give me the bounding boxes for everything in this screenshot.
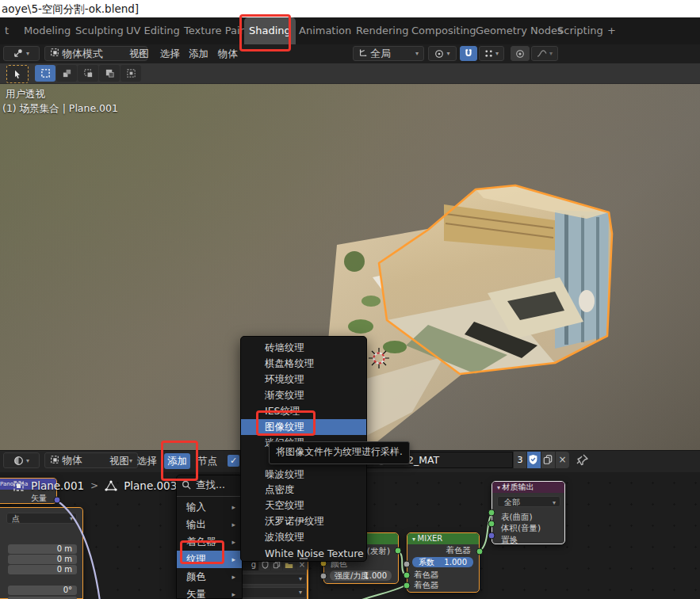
mapping-y-field[interactable]: 0 m (8, 555, 77, 564)
socket-output-displacement[interactable] (488, 532, 495, 540)
breadcrumb-data[interactable]: Plane.003 (124, 479, 177, 492)
mapping-z-field[interactable]: 0 m (8, 565, 77, 574)
pivot-point-dropdown[interactable]: ▾ (428, 46, 457, 61)
socket-vector-out[interactable] (54, 497, 61, 504)
tab-modeling[interactable]: Modeling (19, 17, 75, 44)
mapping-type-value: 点 (12, 514, 20, 523)
menu-item-vector[interactable]: 矢量▸ (177, 586, 242, 599)
sh-menu-select[interactable]: 选择 (137, 450, 157, 472)
menu-item-image-texture[interactable]: 图像纹理 (241, 419, 366, 435)
menu-item-output[interactable]: 输出▸ (177, 516, 242, 533)
menu-item-checker-texture[interactable]: 棋盘格纹理 (241, 357, 366, 372)
socket-emission-out[interactable] (395, 547, 402, 555)
chevron-down-icon: ▾ (129, 457, 132, 464)
mapping-rot-field[interactable]: 0° (8, 586, 77, 595)
menu-item-ies-texture[interactable]: IES纹理 (241, 404, 366, 420)
output-target-dropdown[interactable]: 全部 ▾ (497, 496, 560, 507)
menu-item-noise-texture[interactable]: 噪波纹理 (241, 467, 366, 483)
proportional-editing-button[interactable] (511, 46, 530, 61)
menu-item-brick-texture[interactable]: 砖墙纹理 (241, 341, 366, 357)
cursor-arrow-icon (13, 69, 22, 79)
tab-sculpting[interactable]: Sculpting (71, 17, 128, 44)
fake-user-button[interactable] (527, 452, 541, 468)
copy-material-button[interactable] (541, 452, 555, 468)
copy-icon (543, 455, 553, 465)
menu-item-point-density[interactable]: 点密度 (241, 483, 366, 498)
add-workspace-button[interactable]: + (602, 17, 621, 44)
material-users-count[interactable]: 3 (514, 452, 526, 468)
vp-menu-add[interactable]: 添加 (189, 44, 208, 63)
emission-strength-value[interactable]: 1.000 (364, 570, 387, 581)
tab-layout-clipped[interactable]: t (0, 17, 13, 44)
socket-emission-strength[interactable] (320, 573, 327, 580)
plane-selected[interactable] (379, 185, 612, 374)
tab-compositing[interactable]: Compositing (407, 17, 481, 44)
submenu-arrow-icon: ▸ (231, 538, 235, 546)
menu-item-environment-texture[interactable]: 环境纹理 (241, 372, 366, 388)
socket-mixer-out[interactable] (476, 548, 484, 555)
tab-rendering[interactable]: Rendering (351, 17, 413, 44)
tool-settings-row (0, 63, 700, 84)
unlink-material-button[interactable]: × (556, 452, 569, 468)
shader-sphere-icon (13, 456, 24, 466)
select-mode-intersect-button[interactable] (120, 65, 141, 82)
socket-mixer-fac[interactable] (404, 561, 411, 568)
vp-menu-select[interactable]: 选择 (160, 44, 180, 63)
menu-item-color[interactable]: 颜色▸ (177, 568, 242, 586)
node-mapping-body[interactable]: 点 ▾ 0 m 0 m 0 m 0° (0, 507, 83, 599)
mapping-x-field[interactable]: 0 m (8, 544, 77, 554)
orientation-label: 全局 (370, 47, 413, 61)
select-extend-icon (62, 68, 72, 78)
menu-item-sky-texture[interactable]: 天空纹理 (241, 498, 366, 514)
active-tool-button[interactable] (6, 65, 29, 83)
proportional-falloff-dropdown[interactable]: ▾ (531, 46, 558, 61)
tab-uv-editing[interactable]: UV Editing (121, 17, 185, 44)
breadcrumb-object[interactable]: Plane.001 (31, 479, 84, 492)
socket-mixer-in2[interactable] (404, 582, 411, 589)
socket-mixer-in1[interactable] (404, 572, 411, 579)
tab-shading[interactable]: Shading (244, 17, 296, 44)
select-mode-set-button[interactable] (35, 65, 55, 82)
submenu-arrow-icon: ▸ (231, 503, 235, 511)
menu-item-voronoi-texture[interactable]: 沃罗诺伊纹理 (241, 514, 366, 530)
node-mixer[interactable]: ▾ MIXER 着色器 系数 1.000 着色器 着色器 (407, 532, 480, 593)
shield-check-icon (528, 454, 538, 465)
socket-output-surface[interactable] (488, 509, 495, 517)
socket-output-volume[interactable] (488, 521, 495, 528)
chevron-down-icon: ▾ (299, 575, 302, 582)
sh-menu-add[interactable]: 添加 (164, 453, 190, 469)
chevron-down-icon: ▾ (549, 50, 553, 57)
select-mode-extend-button[interactable] (56, 65, 77, 82)
sh-menu-node[interactable]: 节点 (197, 450, 217, 472)
node-mixer-title: ▾ MIXER (407, 533, 479, 544)
menu-item-wave-texture[interactable]: 波浪纹理 (241, 530, 366, 546)
node-material-output[interactable]: ▾ 材质输出 全部 ▾ 表(曲面) 体积(音量) 置换 (492, 481, 565, 544)
sh-menu-view[interactable]: 视图 (109, 450, 129, 472)
select-mode-subtract-button[interactable] (78, 65, 98, 82)
select-mode-invert-button[interactable] (99, 65, 120, 82)
menu-item-gradient-texture[interactable]: 渐变纹理 (241, 388, 366, 404)
tab-animation[interactable]: Animation (294, 17, 356, 44)
object-mode-icon (50, 48, 59, 59)
menu-item-search[interactable]: 查找... (177, 475, 242, 494)
transform-orientation-dropdown[interactable]: 全局 ▾ (353, 46, 424, 61)
vp-menu-object[interactable]: 物体 (218, 44, 238, 63)
vp-menu-view[interactable]: 视图 (129, 44, 149, 63)
chevron-down-icon: ▾ (70, 513, 73, 524)
menu-item-texture[interactable]: 纹理▸ (177, 551, 242, 568)
pin-icon[interactable] (576, 453, 589, 467)
mapping-type-dropdown[interactable]: 点 ▾ (6, 513, 77, 524)
mixer-fac-value: 1.000 (444, 557, 467, 567)
mixer-fac-slider[interactable]: 系数 1.000 (412, 557, 473, 567)
select-subtract-icon (83, 68, 94, 78)
chevron-down-icon: ▾ (415, 50, 419, 57)
use-nodes-checkbox[interactable]: ✓ (228, 455, 239, 467)
menu-item-input[interactable]: 输入▸ (177, 498, 242, 516)
editor-type-dropdown[interactable]: ▾ (3, 46, 40, 61)
tab-scripting[interactable]: Scripting (553, 17, 608, 44)
menu-item-shader[interactable]: 着色器▸ (177, 533, 242, 551)
chevron-down-icon: ▾ (26, 50, 29, 57)
shader-editor-type-dropdown[interactable]: ▾ (3, 452, 40, 468)
snap-toggle-button[interactable] (460, 46, 477, 61)
snap-with-dropdown[interactable]: ▾ (479, 46, 504, 61)
